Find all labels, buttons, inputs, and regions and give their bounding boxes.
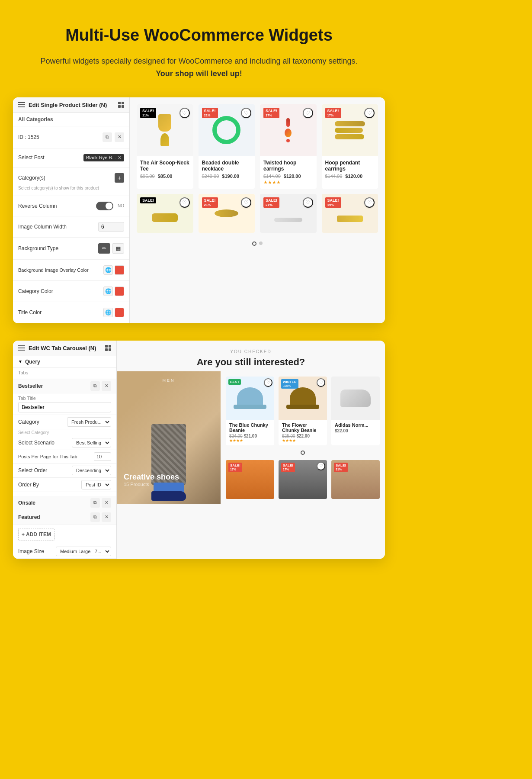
- mini-stars-2: ★★★★: [282, 438, 324, 443]
- posts-per-page-label: Posts Per Page for This Tab: [18, 454, 77, 459]
- product-card-8: SALE!19% ♡: [322, 194, 378, 233]
- bottom-badge-3: SALE!31%: [334, 463, 348, 472]
- product-price-2: $240.00 $190.00: [202, 174, 252, 179]
- category-color-swatch[interactable]: [115, 286, 124, 296]
- add-item-btn[interactable]: + ADD ITEM: [18, 528, 54, 541]
- title-color-label: Title Color: [18, 309, 42, 315]
- dot-2[interactable]: [259, 241, 263, 245]
- hamburger-icon[interactable]: [18, 102, 25, 107]
- order-by-label: Order By: [18, 482, 39, 488]
- header-section: Multi-Use WooCommerce Widgets Powerful w…: [0, 0, 398, 97]
- heart-btn-4[interactable]: ♡: [364, 108, 375, 118]
- delete-tab3-btn[interactable]: ✕: [102, 512, 111, 522]
- heart-bottom-2[interactable]: ♡: [317, 462, 325, 470]
- tab-title-label: Tab Title: [18, 396, 111, 401]
- select-category-hint: Select Category: [13, 429, 116, 436]
- query-section-toggle[interactable]: ▼ Query: [18, 359, 111, 365]
- hamburger-icon-2[interactable]: [18, 345, 25, 351]
- duplicate-tab2-btn[interactable]: ⧉: [90, 498, 100, 508]
- heart-btn-2[interactable]: ♡: [241, 108, 251, 118]
- widget2-demo: Edit WC Tab Carousel (N) ▼ Query Tabs Be…: [13, 341, 385, 559]
- select-post-label: Select Post: [18, 155, 45, 161]
- heart-btn-8[interactable]: ♡: [364, 197, 375, 208]
- products-grid-2: SALE! ♡ SALE!21% ♡ SALE!21% ♡: [137, 194, 378, 233]
- featured-image: MEN Creative shoes 15 Products: [117, 371, 221, 504]
- select-scenario-select[interactable]: Best Selling: [72, 438, 111, 447]
- bg-overlay-swatch[interactable]: [115, 265, 124, 275]
- heart-btn-5[interactable]: ♡: [179, 197, 190, 208]
- duplicate-tab1-btn[interactable]: ⧉: [90, 381, 100, 391]
- heart-btn-3[interactable]: ♡: [303, 108, 313, 118]
- query-label: Query: [25, 359, 40, 365]
- creative-shoes-text: Creative shoes 15 Products: [124, 473, 179, 487]
- delete-tab1-btn[interactable]: ✕: [102, 381, 111, 391]
- heart-mini-2[interactable]: ♡: [317, 378, 325, 387]
- product-card-5: SALE! ♡: [137, 194, 193, 233]
- tab-title-input[interactable]: [18, 402, 111, 412]
- mini-name-3: Adidas Norm...: [335, 422, 376, 428]
- mini-name-1: The Blue Chunky Beanie: [229, 422, 271, 433]
- product-area-1: SALE!11% ♡ The Air Scoop-Neck Tee $95.00…: [130, 97, 385, 323]
- category-color-globe[interactable]: 🌐: [103, 286, 113, 296]
- select-order-select[interactable]: Descending: [72, 466, 111, 475]
- close-id-btn[interactable]: ✕: [115, 132, 124, 142]
- duplicate-tab3-btn[interactable]: ⧉: [90, 512, 100, 522]
- add-category-btn[interactable]: +: [115, 173, 124, 183]
- mini-card-3: Adidas Norm... $22.00: [331, 377, 380, 445]
- posts-per-page-input[interactable]: [94, 452, 111, 461]
- heart-btn-6[interactable]: ♡: [241, 197, 251, 208]
- sale-badge-8: SALE!19%: [325, 197, 341, 208]
- remove-post-btn[interactable]: ✕: [118, 155, 122, 161]
- subtitle-normal: Powerful widgets specially designed for …: [40, 57, 357, 65]
- image-size-select[interactable]: Medium Large - 7...: [56, 547, 111, 556]
- tabs-label: Tabs: [18, 370, 111, 375]
- id-label: ID : 1525: [18, 134, 100, 140]
- badge-winter: WINTER-15%: [281, 379, 298, 389]
- product-price-4: $144.00 $120.00: [325, 174, 375, 179]
- heart-btn-1[interactable]: ♡: [179, 108, 190, 118]
- heart-mini-1[interactable]: ♡: [264, 378, 272, 387]
- product-card-7: SALE!21% ♡: [260, 194, 317, 233]
- panel-title-1: Edit Single Product Slider (N): [29, 102, 107, 108]
- grid-icon[interactable]: [118, 102, 124, 108]
- grid-icon-2[interactable]: [105, 345, 111, 351]
- delete-tab2-btn[interactable]: ✕: [102, 498, 111, 508]
- product-price-3: $144.00 $120.00: [263, 174, 313, 179]
- sale-badge-6: SALE!21%: [202, 197, 218, 208]
- badge-best: BEST: [228, 379, 241, 385]
- bg-type-pen-btn[interactable]: ✏: [98, 243, 110, 254]
- pagination-dots-2: [226, 447, 380, 458]
- category-select[interactable]: Fresh Produ...: [67, 417, 111, 427]
- dot-ring-2[interactable]: [301, 451, 305, 455]
- title-color-swatch[interactable]: [115, 308, 124, 317]
- subtitle-bold: Your shop will level up!: [156, 69, 242, 78]
- heart-btn-7[interactable]: ♡: [303, 197, 313, 208]
- sidebar-panel-1: Edit Single Product Slider (N) All Categ…: [13, 97, 130, 323]
- widget1-demo: Edit Single Product Slider (N) All Categ…: [13, 97, 385, 323]
- product-card-4: SALE!17% ♡ Hoop pendant earrings $144.00…: [322, 104, 378, 189]
- sale-badge-5: SALE!: [140, 197, 156, 203]
- title-color-globe[interactable]: 🌐: [103, 308, 113, 317]
- add-item-label: + ADD ITEM: [22, 531, 51, 538]
- bottom-badge-1: SALE!17%: [228, 463, 242, 472]
- sale-badge-4: SALE!17%: [325, 108, 341, 118]
- image-column-input[interactable]: [98, 222, 124, 232]
- reverse-column-toggle[interactable]: [96, 202, 113, 210]
- mini-card-1: BEST ♡ The Blue Chunky Beanie $24.00 $21…: [226, 377, 274, 445]
- product-card-3: SALE!17% ♡ Twisted hoop earrings $144.00…: [260, 104, 317, 189]
- tab3-name: Featured: [18, 514, 40, 520]
- image-size-label: Image Size: [18, 548, 44, 554]
- select-post-tag[interactable]: Black Rye B... ✕: [83, 154, 124, 161]
- image-column-label: Image Column Width: [18, 224, 67, 230]
- order-by-select[interactable]: Post ID: [81, 480, 111, 489]
- all-categories-label: All Categories: [13, 113, 129, 126]
- categories-label: Category(s): [18, 175, 45, 181]
- mini-name-2: The Flower Chunky Beanie: [282, 422, 324, 433]
- copy-id-btn[interactable]: ⧉: [103, 132, 112, 142]
- sale-badge-7: SALE!21%: [263, 197, 279, 208]
- bg-type-image-btn[interactable]: ▦: [112, 243, 124, 254]
- bottom-card-2: SALE!17% ♡: [279, 460, 327, 499]
- dot-ring-1[interactable]: [252, 241, 256, 246]
- bg-overlay-globe[interactable]: 🌐: [103, 265, 113, 275]
- product-name-3: Twisted hoop earrings: [263, 160, 313, 172]
